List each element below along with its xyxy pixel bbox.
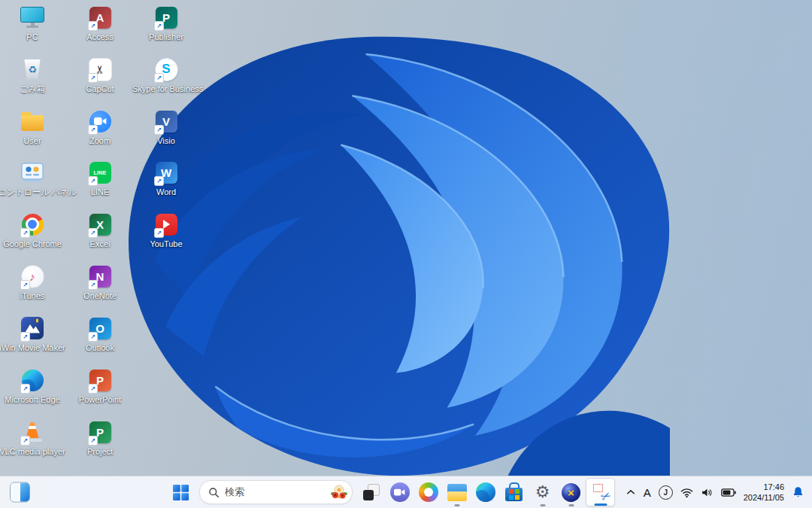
desktop-icon-label: Microsoft Edge: [0, 395, 66, 405]
desktop-icon-project[interactable]: P↗Project: [66, 419, 134, 457]
desktop-icon-recycle-bin[interactable]: ♻ごみ箱: [0, 56, 66, 94]
recycle-bin-icon: ♻: [0, 56, 66, 82]
google-chrome-icon: ↗: [0, 211, 66, 237]
active-indicator: [594, 503, 607, 506]
taskbar-app-microsoft-edge[interactable]: [471, 477, 499, 507]
taskbar-app-microsoft-store[interactable]: [500, 477, 528, 507]
desktop-icon-youtube[interactable]: ↗YouTube: [132, 211, 200, 249]
desktop-icon-label: Skype for Business: [132, 84, 200, 94]
file-explorer-icon: [447, 484, 467, 501]
running-indicator: [568, 504, 574, 506]
desktop-icon-microsoft-edge[interactable]: ↗Microsoft Edge: [0, 367, 66, 405]
shortcut-arrow-icon: ↗: [20, 384, 30, 394]
visio-icon: V↗: [132, 108, 200, 134]
skype-for-business-icon: S↗: [132, 56, 200, 82]
microsoft-store-icon: [504, 482, 524, 503]
running-indicator: [454, 504, 459, 506]
shortcut-arrow-icon: ↗: [88, 332, 98, 342]
start-button[interactable]: [166, 477, 195, 507]
user-folder-icon: [0, 108, 66, 134]
desktop-icon-label: Zoom: [66, 136, 134, 146]
volume-icon[interactable]: [701, 487, 714, 498]
tray-overflow-chevron[interactable]: [626, 488, 636, 497]
desktop-icon-label: User: [0, 136, 66, 146]
taskbar-app-file-explorer[interactable]: [443, 477, 471, 507]
desktop-icon-line[interactable]: LINE↗LINE: [66, 160, 134, 197]
excel-icon: X↗: [66, 211, 134, 237]
publisher-icon: P↗: [132, 5, 200, 30]
taskbar-app-task-view[interactable]: [357, 477, 385, 507]
notification-bell-icon[interactable]: [792, 485, 804, 499]
onenote-icon: N↗: [66, 263, 134, 289]
shortcut-arrow-icon: ↗: [88, 21, 98, 31]
vlc-media-player-icon: ↗: [0, 419, 66, 445]
desktop-icon-access[interactable]: A↗Access: [66, 5, 134, 42]
desktop-icon-win-movie-maker[interactable]: ↗iWin Movie Maker: [0, 315, 66, 353]
desktop-icon-label: Access: [66, 32, 134, 42]
desktop-icon-label: PC: [0, 32, 66, 42]
taskbar-app-x-app[interactable]: ×: [557, 477, 585, 507]
desktop-icon-visio[interactable]: V↗Visio: [132, 108, 200, 146]
desktop-icon-label: ごみ箱: [0, 84, 66, 94]
shortcut-arrow-icon: ↗: [154, 176, 164, 186]
desktop-icon-zoom[interactable]: ↗Zoom: [66, 108, 134, 146]
edge-icon: [476, 482, 495, 502]
desktop-icon-itunes[interactable]: ♪↗iTunes: [0, 263, 66, 301]
taskbar-app-settings[interactable]: ⚙: [529, 477, 556, 507]
desktop-icon-publisher[interactable]: P↗Publisher: [132, 5, 200, 42]
desktop-icon-label: YouTube: [132, 239, 200, 249]
pc-icon: [0, 5, 66, 30]
desktop-icon-capcut[interactable]: ✂↗CapCut: [66, 56, 134, 94]
desktop-icon-label: Visio: [132, 136, 200, 146]
ime-mode-indicator[interactable]: A: [644, 486, 651, 499]
shortcut-arrow-icon: ↗: [20, 332, 30, 342]
microsoft-edge-icon: ↗: [0, 367, 66, 393]
clock-date: 2024/11/05: [744, 492, 784, 503]
desktop-icon-label: PowerPoint: [66, 395, 134, 405]
battery-icon[interactable]: [721, 488, 736, 497]
desktop-icon-control-panel[interactable]: コントロール パネル: [0, 160, 66, 197]
desktop-icon-label: Project: [66, 447, 134, 457]
desktop-icon-powerpoint[interactable]: P↗PowerPoint: [66, 367, 134, 405]
search-seasonal-flowers-icon: [330, 484, 348, 500]
taskbar-center-group: 検索 ⚙×✂: [166, 477, 615, 507]
settings-gear-icon: ⚙: [535, 484, 550, 500]
desktop-icon-label: OneNote: [66, 291, 134, 301]
line-icon: LINE↗: [66, 160, 134, 185]
shortcut-arrow-icon: ↗: [88, 176, 98, 186]
desktop-icon-label: iWin Movie Maker: [0, 343, 66, 353]
shortcut-arrow-icon: ↗: [20, 280, 30, 290]
shortcut-arrow-icon: ↗: [154, 125, 164, 135]
access-icon: A↗: [66, 5, 134, 30]
capcut-icon: ✂↗: [66, 56, 134, 82]
desktop-icon-outlook[interactable]: O↗Outlook: [66, 315, 134, 353]
windows-logo-icon: [173, 485, 189, 500]
taskbar-app-chat[interactable]: [386, 477, 414, 507]
desktop-icon-word[interactable]: W↗Word: [132, 160, 200, 197]
tray-app-j-icon[interactable]: J: [659, 485, 673, 500]
desktop-icon-excel[interactable]: X↗Excel: [66, 211, 134, 249]
desktop-icon-onenote[interactable]: N↗OneNote: [66, 263, 134, 301]
desktop: PCA↗AccessP↗Publisher♻ごみ箱✂↗CapCutS↗Skype…: [0, 0, 812, 508]
desktop-icon-pc[interactable]: PC: [0, 5, 66, 42]
taskbar-app-copilot[interactable]: [414, 477, 442, 507]
x-app-icon: ×: [562, 483, 580, 502]
taskbar: 検索 ⚙×✂ A J: [0, 476, 812, 508]
shortcut-arrow-icon: ↗: [88, 280, 98, 290]
search-box[interactable]: 検索: [199, 480, 353, 504]
taskbar-pinned-apps: ⚙×✂: [357, 477, 615, 507]
desktop-icon-label: VLC media player: [0, 447, 66, 457]
desktop-icon-user-folder[interactable]: User: [0, 108, 66, 146]
search-placeholder: 検索: [225, 485, 325, 499]
desktop-icon-vlc-media-player[interactable]: ↗VLC media player: [0, 419, 66, 457]
taskbar-app-snipping-tool[interactable]: ✂: [586, 478, 615, 506]
wifi-icon[interactable]: [680, 487, 693, 498]
shortcut-arrow-icon: ↗: [20, 436, 30, 446]
clock[interactable]: 17:46 2024/11/05: [744, 482, 784, 503]
win-movie-maker-icon: ↗: [0, 315, 66, 341]
powerpoint-icon: P↗: [66, 367, 134, 393]
project-icon: P↗: [66, 419, 134, 445]
desktop-icon-google-chrome[interactable]: ↗Google Chrome: [0, 211, 66, 249]
desktop-icon-skype-for-business[interactable]: S↗Skype for Business: [132, 56, 200, 94]
widgets-button[interactable]: [10, 482, 30, 503]
